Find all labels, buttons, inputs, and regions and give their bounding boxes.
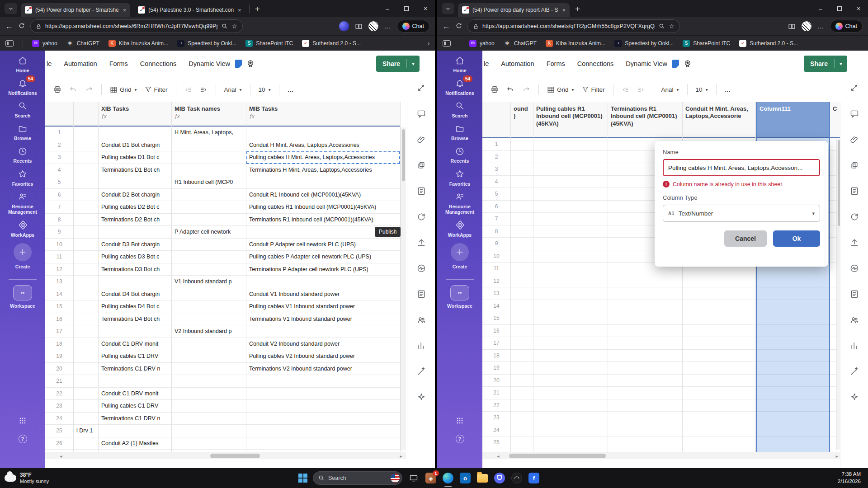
grid-cell[interactable] xyxy=(172,350,246,363)
sidebar-item-workapps[interactable]: WorkApps xyxy=(1,221,44,238)
proofs-icon[interactable] xyxy=(417,187,426,197)
undo-button[interactable] xyxy=(505,83,516,96)
grid-cell[interactable] xyxy=(533,263,608,275)
charts-icon[interactable] xyxy=(417,341,426,352)
menu-forms[interactable]: Forms xyxy=(547,60,565,67)
view-switcher[interactable]: Grid▾ xyxy=(108,84,139,96)
grid-cell[interactable] xyxy=(172,413,246,425)
apps-grid-icon[interactable] xyxy=(18,416,27,427)
activity-log-icon[interactable] xyxy=(417,264,426,275)
update-requests-icon[interactable] xyxy=(417,212,426,223)
grid-cell[interactable] xyxy=(683,312,755,325)
grid-cell[interactable] xyxy=(683,424,755,437)
grid-cell[interactable]: Conduit P Adapter cell newtork PLC (UPS) xyxy=(246,239,400,251)
start-button[interactable] xyxy=(298,474,307,483)
grid-cell[interactable]: Conduit R1 Inbound cell (MCP0001)(45KVA) xyxy=(246,189,400,202)
filter-button[interactable]: Filter xyxy=(580,84,607,95)
row-number[interactable]: 4 xyxy=(482,176,510,188)
grid-cell[interactable] xyxy=(683,325,755,338)
new-tab-button[interactable]: + xyxy=(255,5,260,13)
row-number[interactable]: 11 xyxy=(45,251,73,263)
share-caret-icon[interactable]: ▾ xyxy=(407,61,420,67)
window-maximize-button[interactable] xyxy=(830,0,849,17)
grid-cell[interactable] xyxy=(99,375,171,388)
share-button[interactable]: Share ▾ xyxy=(376,56,420,72)
grid-cell[interactable] xyxy=(74,189,98,202)
row-number[interactable]: 22 xyxy=(482,399,510,412)
grid-cell[interactable] xyxy=(511,225,533,238)
row-number[interactable]: 25 xyxy=(45,425,73,437)
grid-cell[interactable] xyxy=(74,313,98,326)
bookmarks-overflow-chevron[interactable]: › xyxy=(428,40,429,47)
grid-cell[interactable]: Pulling cables H Mint. Areas, Laptops,Ac… xyxy=(246,151,400,164)
grid-cell[interactable]: R1 Inbound cell (MCP0 xyxy=(172,176,246,189)
column-header[interactable]: ound ) xyxy=(511,102,533,138)
toolbar-more-button[interactable]: … xyxy=(286,84,297,95)
grid-cell[interactable] xyxy=(608,399,682,412)
grid-cell[interactable] xyxy=(172,313,246,326)
font-size-select[interactable]: 10▾ xyxy=(257,84,273,95)
app-icon-with-badge[interactable]: ◈1 xyxy=(425,472,437,484)
grid-cell[interactable] xyxy=(683,436,755,449)
row-number[interactable]: 23 xyxy=(482,412,510,424)
menu-forms[interactable]: Forms xyxy=(109,60,128,67)
outdent-button[interactable] xyxy=(620,84,631,96)
grid-cell[interactable]: Pulling cables V2 Inbound standard power xyxy=(246,350,400,363)
grid-cell[interactable] xyxy=(511,138,533,151)
menu-file[interactable]: le xyxy=(47,60,52,67)
ok-button[interactable]: Ok xyxy=(773,230,820,247)
back-icon[interactable]: ← xyxy=(5,23,13,30)
row-number[interactable]: 25 xyxy=(482,436,510,449)
grid-cell[interactable] xyxy=(172,139,246,152)
grid-cell[interactable] xyxy=(172,189,246,202)
grid-cell[interactable] xyxy=(757,399,829,412)
grid-cell[interactable] xyxy=(683,387,755,399)
grid-cell[interactable] xyxy=(172,263,246,276)
row-number[interactable]: 10 xyxy=(45,239,73,251)
weather-widget[interactable]: 38°FMostly sunny xyxy=(0,472,90,485)
grid-cell[interactable]: Terminations H Mint. Areas, Laptops,Acce… xyxy=(246,164,400,177)
grid-cell[interactable] xyxy=(99,127,171,139)
blue-app-icon[interactable]: f xyxy=(528,472,540,484)
grid-cell[interactable]: l Drv 1 xyxy=(74,425,98,437)
grid-cell[interactable] xyxy=(533,337,608,350)
grid-cell[interactable] xyxy=(533,163,608,176)
indent-button[interactable] xyxy=(198,84,209,96)
refresh-icon[interactable] xyxy=(455,22,462,31)
grid-cell[interactable] xyxy=(74,176,98,189)
grid-cell[interactable] xyxy=(511,387,533,399)
grid-cell[interactable] xyxy=(683,350,755,362)
dynamic-view-doc-icon[interactable] xyxy=(672,60,679,68)
menu-dynamic-view[interactable]: Dynamic View xyxy=(189,60,230,67)
grid-cell[interactable] xyxy=(533,350,608,362)
bookmark-item[interactable]: ✓Sutherland 2.0 - S... xyxy=(302,40,361,47)
grid-cell[interactable] xyxy=(608,387,682,399)
grid-cell[interactable] xyxy=(511,325,533,338)
tab-close-icon[interactable]: × xyxy=(562,7,566,14)
sidebar-create-button[interactable]: Create xyxy=(439,243,481,270)
grid-cell[interactable]: P Adapter cell newtork xyxy=(172,226,246,239)
grid-cell[interactable]: Pulling cables P Adapter cell newtork PL… xyxy=(246,251,400,263)
grid-cell[interactable] xyxy=(246,413,400,425)
grid-cell[interactable] xyxy=(533,424,608,437)
browser-menu-icon[interactable]: … xyxy=(817,23,824,30)
grid-cell[interactable] xyxy=(511,362,533,375)
grid-cell[interactable] xyxy=(683,412,755,424)
grid-cell[interactable]: Pulling cables D1 Bot c xyxy=(99,151,171,164)
grid-cell[interactable] xyxy=(74,375,98,388)
grid-cell[interactable] xyxy=(74,214,98,226)
font-size-select[interactable]: 10▾ xyxy=(694,84,710,95)
row-number[interactable]: 19 xyxy=(482,362,510,375)
grid-cell[interactable]: Conduit D1 Bot chargin xyxy=(99,139,171,152)
row-number[interactable]: 18 xyxy=(482,350,510,362)
attachment-icon[interactable] xyxy=(417,135,426,146)
tab-search-button[interactable] xyxy=(5,3,17,14)
grid-cell[interactable] xyxy=(74,288,98,301)
url-input[interactable]: https://app.smartsheet.com/sheets/6Rm2HR… xyxy=(30,19,243,33)
grid-cell[interactable] xyxy=(533,176,608,188)
bookmark-item[interactable]: ◔Speedtest by Ookl... xyxy=(177,40,236,47)
grid-cell[interactable] xyxy=(246,388,400,400)
grid-cell[interactable] xyxy=(533,375,608,387)
row-number[interactable]: 16 xyxy=(482,325,510,338)
grid-cell[interactable] xyxy=(74,363,98,375)
